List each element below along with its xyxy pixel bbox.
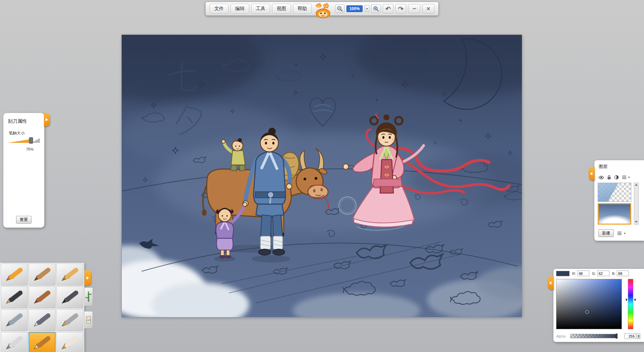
paint-roller-icon <box>60 312 80 328</box>
brush-size-slider-handle[interactable] <box>29 137 33 143</box>
zoom-out-icon <box>337 6 343 12</box>
paint-app-screen: 文件 编辑 工具 视图 帮助 ▾ <box>0 0 644 352</box>
blue-value-input[interactable] <box>617 271 629 276</box>
redo-button[interactable]: ↷ <box>395 4 406 13</box>
minimize-button[interactable]: − <box>408 4 420 13</box>
alpha-slider-handle[interactable] <box>616 334 618 339</box>
close-button[interactable]: × <box>422 4 434 13</box>
layers-footer-caret-icon[interactable]: ▾ <box>624 232 626 235</box>
tool-pencil[interactable] <box>29 263 56 286</box>
drawing-canvas[interactable] <box>121 35 522 317</box>
tool-palette-knife[interactable] <box>29 309 56 331</box>
red-value-input[interactable] <box>577 271 589 276</box>
tool-eraser[interactable] <box>56 332 84 352</box>
bamboo-icon <box>86 290 92 303</box>
green-label: G: <box>592 272 596 276</box>
current-color-swatch <box>556 271 570 276</box>
zoom-level-input[interactable] <box>346 5 363 12</box>
spinner-down-icon <box>638 336 640 338</box>
tool-paint-tube[interactable] <box>1 332 28 352</box>
pencil-icon <box>33 267 52 282</box>
zoom-out-button[interactable] <box>335 4 344 13</box>
tools-palette-collapse-tab[interactable] <box>85 270 91 286</box>
layers-panel: 图层 ▾ 新建 <box>594 160 644 241</box>
brush-size-value: 75% <box>26 147 34 151</box>
menu-edit[interactable]: 编辑 <box>230 4 249 14</box>
layer2-preview-cloud <box>598 215 631 225</box>
app-logo-slot <box>314 2 333 16</box>
layer-thumbnail-sketch[interactable] <box>598 183 631 202</box>
menu-tools[interactable]: 工具 <box>251 4 270 14</box>
green-value-input[interactable] <box>597 271 609 276</box>
hue-slider[interactable] <box>628 279 633 329</box>
app-mascot-logo <box>315 6 331 18</box>
marker-icon <box>60 267 80 282</box>
eraser-icon <box>60 335 80 351</box>
alpha-value-input[interactable] <box>625 333 636 339</box>
tool-paintbrush[interactable] <box>29 286 56 308</box>
tool-ink-brush[interactable] <box>56 286 84 308</box>
palette-knife-icon <box>33 312 52 328</box>
layer-blend-contrast-icon[interactable] <box>614 175 619 180</box>
paintbrush-icon <box>33 290 52 305</box>
fountain-pen-icon <box>5 290 24 305</box>
alpha-spinner[interactable] <box>637 333 640 339</box>
hue-marker-right-icon[interactable] <box>634 298 636 301</box>
reset-button[interactable]: 重置 <box>16 216 32 224</box>
zoom-in-icon <box>373 6 379 12</box>
layer-lock-icon[interactable] <box>607 175 611 180</box>
layer1-preview <box>598 183 631 201</box>
red-label: R: <box>572 272 576 276</box>
scraper-icon <box>33 335 52 351</box>
layers-footer-menu-icon[interactable] <box>617 231 622 235</box>
tool-crayon[interactable] <box>1 263 28 286</box>
tool-scraper-selected[interactable] <box>29 332 56 352</box>
zoom-in-button[interactable] <box>371 4 381 13</box>
layer-visibility-eye-icon[interactable] <box>598 175 604 180</box>
bamboo-tool-tile[interactable] <box>84 287 93 306</box>
color-panel-collapse-tab[interactable] <box>548 276 554 290</box>
layers-scrollbar[interactable] <box>634 183 639 225</box>
ink-brush-icon <box>60 290 80 305</box>
hue-marker-left-icon[interactable] <box>626 298 628 301</box>
alpha-slider[interactable] <box>570 334 617 338</box>
layer-menu-caret-icon[interactable]: ▾ <box>628 176 630 179</box>
alpha-label: Alpha <box>556 334 566 338</box>
color-picker-panel: R: G: B: Alpha <box>553 269 644 342</box>
zoom-dropdown-button[interactable]: ▾ <box>365 5 369 12</box>
tool-airbrush[interactable] <box>1 309 28 331</box>
tool-grid <box>0 263 84 352</box>
picture-scroll-tile[interactable] <box>84 311 93 329</box>
scraper-panel-title: 刮刀属性 <box>8 118 27 124</box>
tools-palette <box>0 263 94 352</box>
picture-scroll-icon <box>86 315 92 324</box>
scroll-down-icon[interactable] <box>635 221 638 223</box>
layer-thumbnail-background-selected[interactable] <box>598 203 631 225</box>
tool-marker[interactable] <box>56 263 84 286</box>
airbrush-icon <box>5 312 24 328</box>
undo-button[interactable]: ↶ <box>383 4 393 13</box>
spinner-up-icon <box>638 335 640 336</box>
tool-paint-roller[interactable] <box>56 309 84 331</box>
paint-tube-icon <box>5 335 24 351</box>
top-toolbar: 文件 编辑 工具 视图 帮助 ▾ <box>205 2 439 16</box>
crayon-icon <box>5 267 24 282</box>
brush-size-label: 笔触大小 <box>9 130 25 136</box>
blue-label: B: <box>612 272 615 276</box>
saturation-value-picker[interactable] <box>556 279 622 329</box>
menu-help[interactable]: 帮助 <box>293 4 312 14</box>
menu-view[interactable]: 视图 <box>272 4 291 14</box>
sv-picker-cursor[interactable] <box>585 310 589 314</box>
new-layer-button[interactable]: 新建 <box>598 229 614 237</box>
tool-fountain-pen[interactable] <box>1 286 28 308</box>
scraper-properties-panel: 刮刀属性 笔触大小 75% 重置 <box>3 113 44 228</box>
scroll-up-icon[interactable] <box>635 184 638 186</box>
layers-toolbar: ▾ <box>598 175 630 180</box>
layers-panel-title: 图层 <box>599 164 607 170</box>
brush-size-slider[interactable] <box>8 137 40 144</box>
layer-menu-list-icon[interactable] <box>622 175 627 179</box>
scraper-panel-collapse-tab[interactable] <box>44 113 50 126</box>
menu-file[interactable]: 文件 <box>210 4 228 14</box>
layers-panel-collapse-tab[interactable] <box>589 167 595 180</box>
